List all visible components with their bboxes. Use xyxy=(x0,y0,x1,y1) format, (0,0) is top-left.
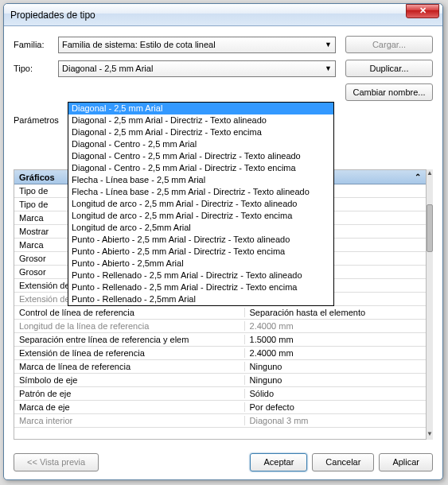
param-row[interactable]: Separación entre línea de referencia y e… xyxy=(14,333,426,347)
param-row[interactable]: Marca de línea de referenciaNinguno xyxy=(14,360,426,374)
param-label: Longitud de la línea de referencia xyxy=(14,321,245,331)
param-row[interactable]: Longitud de la línea de referencia2.4000… xyxy=(14,320,426,333)
param-label: Marca de línea de referencia xyxy=(14,362,245,371)
dialog-body: Familia: Familia de sistema: Estilo de c… xyxy=(4,26,442,479)
type-row: Tipo: Diagonal - 2,5 mm Arial ▼ Duplicar… xyxy=(14,60,433,77)
scroll-up-icon[interactable]: ▲ xyxy=(427,169,433,179)
type-value: Diagonal - 2,5 mm Arial xyxy=(62,64,153,73)
param-value[interactable]: Diagonal 3 mm xyxy=(245,416,426,425)
type-option[interactable]: Longitud de arco - 2,5mm Arial xyxy=(68,222,333,234)
collapse-icon[interactable]: ⌃ xyxy=(415,173,421,181)
scrollbar[interactable]: ▲ ▼ xyxy=(427,169,433,440)
type-option[interactable]: Longitud de arco - 2,5 mm Arial - Direct… xyxy=(68,210,333,222)
family-row: Familia: Familia de sistema: Estilo de c… xyxy=(14,36,433,53)
type-option[interactable]: Punto - Rellenado - 2,5 mm Arial - Direc… xyxy=(68,281,333,293)
param-value[interactable]: 2.4000 mm xyxy=(245,348,426,358)
type-option[interactable]: Diagonal - 2,5 mm Arial - Directriz - Te… xyxy=(68,126,333,138)
param-label: Símbolo de eje xyxy=(14,375,245,385)
type-dropdown-list[interactable]: Diagonal - 2,5 mm ArialDiagonal - 2,5 mm… xyxy=(68,102,334,306)
type-option[interactable]: Punto - Rellenado - 2,5mm Arial xyxy=(68,293,333,305)
param-label: Marca interior xyxy=(14,416,245,425)
param-row[interactable]: Símbolo de ejeNinguno xyxy=(14,374,426,387)
param-row[interactable]: Patrón de ejeSólido xyxy=(14,387,426,401)
type-option[interactable]: Punto - Abierto - 2,5mm Arial xyxy=(68,258,333,270)
scroll-down-icon[interactable]: ▼ xyxy=(427,430,433,440)
type-option[interactable]: Diagonal - 2,5 mm Arial xyxy=(68,103,333,114)
chevron-down-icon: ▼ xyxy=(325,64,332,72)
ok-button[interactable]: Aceptar xyxy=(250,453,307,471)
duplicate-button[interactable]: Duplicar... xyxy=(345,60,433,77)
rename-button[interactable]: Cambiar nombre... xyxy=(345,83,433,101)
apply-button[interactable]: Aplicar xyxy=(379,453,433,471)
type-option[interactable]: Diagonal - Centro - 2,5 mm Arial - Direc… xyxy=(68,162,333,174)
param-row[interactable]: Marca interiorDiagonal 3 mm xyxy=(14,414,426,428)
type-option[interactable]: Punto - Abierto - 2,5 mm Arial - Directr… xyxy=(68,246,333,258)
family-select[interactable]: Familia de sistema: Estilo de cota linea… xyxy=(58,37,336,53)
rename-row: Cambiar nombre... xyxy=(14,83,433,101)
type-option[interactable]: Diagonal - Centro - 2,5 mm Arial - Direc… xyxy=(68,150,333,162)
cancel-button[interactable]: Cancelar xyxy=(312,453,374,471)
dialog-window: Propiedades de tipo ✕ Familia: Familia d… xyxy=(3,3,443,480)
type-option[interactable]: Longitud de arco - 2,5 mm Arial - Direct… xyxy=(68,198,333,210)
param-value[interactable]: Separación hasta el elemento xyxy=(245,308,426,317)
param-label: Patrón de eje xyxy=(14,389,245,398)
load-button: Cargar... xyxy=(345,36,433,53)
group-header-label: Gráficos xyxy=(19,173,55,182)
param-row[interactable]: Control de línea de referenciaSeparación… xyxy=(14,306,426,320)
param-row[interactable]: Extensión de línea de referencia2.4000 m… xyxy=(14,347,426,360)
param-label: Control de línea de referencia xyxy=(14,308,245,317)
param-value[interactable]: Por defecto xyxy=(245,402,426,412)
param-label: Separación entre línea de referencia y e… xyxy=(14,335,245,344)
type-option[interactable]: Diagonal - 2,5 mm Arial - Directriz - Te… xyxy=(68,114,333,126)
type-option[interactable]: Flecha - Línea base - 2,5 mm Arial - Dir… xyxy=(68,186,333,198)
titlebar[interactable]: Propiedades de tipo ✕ xyxy=(4,4,442,26)
param-value[interactable]: 2.4000 mm xyxy=(245,321,426,331)
close-button[interactable]: ✕ xyxy=(406,4,439,18)
family-label: Familia: xyxy=(14,40,58,49)
family-value: Familia de sistema: Estilo de cota linea… xyxy=(62,40,216,49)
preview-button[interactable]: << Vista previa xyxy=(14,453,99,471)
type-label: Tipo: xyxy=(14,64,58,73)
param-row[interactable]: Marca de ejePor defecto xyxy=(14,401,426,414)
chevron-down-icon: ▼ xyxy=(325,41,332,48)
dialog-footer: << Vista previa Aceptar Cancelar Aplicar xyxy=(14,453,433,471)
type-option[interactable]: Punto - Rellenado - 2,5 mm Arial - Direc… xyxy=(68,270,333,281)
type-option[interactable]: Punto - Abierto - 2,5 mm Arial - Directr… xyxy=(68,234,333,246)
type-select[interactable]: Diagonal - 2,5 mm Arial ▼ xyxy=(58,60,336,77)
scrollbar-thumb[interactable] xyxy=(427,204,433,252)
param-label: Extensión de línea de referencia xyxy=(14,348,245,358)
param-label: Marca de eje xyxy=(14,402,245,412)
param-value[interactable]: Sólido xyxy=(245,389,426,398)
window-title: Propiedades de tipo xyxy=(10,10,406,21)
type-option[interactable]: Diagonal - Centro - 2,5 mm Arial xyxy=(68,138,333,150)
param-value[interactable]: Ninguno xyxy=(245,362,426,371)
param-value[interactable]: 1.5000 mm xyxy=(245,335,426,344)
type-option[interactable]: Flecha - Línea base - 2,5 mm Arial xyxy=(68,174,333,186)
param-value[interactable]: Ninguno xyxy=(245,375,426,385)
